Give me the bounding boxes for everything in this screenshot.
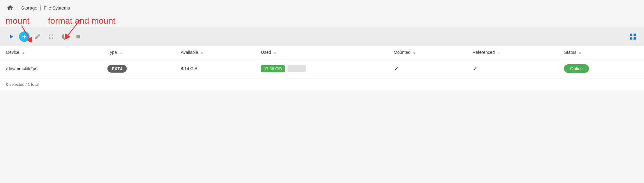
col-type-sort-icon: ⇅	[119, 51, 122, 54]
col-mounted-label: Mounted	[394, 50, 410, 55]
format-and-mount-annotation: format and mount	[48, 16, 115, 26]
col-status-sort-icon: ⇅	[579, 51, 581, 54]
breadcrumb-storage[interactable]: Storage	[21, 5, 38, 10]
toolbar-left	[6, 31, 84, 42]
col-device[interactable]: Device ▲	[0, 46, 101, 59]
grid-view-button[interactable]	[627, 31, 638, 42]
col-type-label: Type	[107, 50, 117, 55]
used-value-label: 17.38 GiB	[261, 65, 285, 72]
col-used[interactable]: Used ⇅	[255, 46, 387, 59]
cell-used: 17.38 GiB	[255, 59, 387, 78]
breadcrumb-sep-1: |	[17, 5, 19, 11]
table-header-row: Device ▲ Type ⇅ Available ⇅ Used ⇅	[0, 46, 644, 59]
footer: 0 selected / 1 total	[0, 78, 644, 90]
cell-referenced: ✓	[466, 59, 558, 78]
cell-device: /dev/mmcblk2p6	[0, 59, 101, 78]
status-badge: Online	[564, 64, 589, 73]
toolbar	[0, 28, 644, 46]
edit-button[interactable]	[32, 31, 43, 42]
cell-type: EXT4	[101, 59, 174, 78]
pie-chart-button[interactable]	[59, 31, 70, 42]
mount-button[interactable]	[6, 31, 17, 42]
col-status-label: Status	[564, 50, 576, 55]
breadcrumb-filesystems[interactable]: File Systems	[44, 5, 70, 10]
col-status[interactable]: Status ⇅	[558, 46, 644, 59]
referenced-check-icon: ✓	[473, 65, 478, 72]
used-cell-container: 17.38 GiB	[261, 65, 381, 72]
col-referenced-label: Referenced	[473, 50, 495, 55]
cell-mounted: ✓	[388, 59, 466, 78]
col-referenced[interactable]: Referenced ⇅	[466, 46, 558, 59]
col-available-label: Available	[181, 50, 198, 55]
col-device-sort-icon: ▲	[22, 51, 25, 54]
annotations-row: mount format and mount	[0, 15, 644, 28]
breadcrumb: | Storage | File Systems	[0, 0, 644, 15]
table-row[interactable]: /dev/mmcblk2p6 EXT4 8.14 GiB 17.38 GiB ✓	[0, 59, 644, 78]
col-used-sort-icon: ⇅	[274, 51, 276, 54]
stop-button[interactable]	[73, 31, 84, 42]
col-referenced-sort-icon: ⇅	[497, 51, 500, 54]
col-available-sort-icon: ⇅	[201, 51, 203, 54]
used-bar-background	[287, 65, 306, 72]
expand-button[interactable]	[46, 31, 57, 42]
breadcrumb-sep-2: |	[40, 5, 41, 11]
col-available[interactable]: Available ⇅	[174, 46, 255, 59]
mount-annotation: mount	[6, 16, 30, 26]
cell-status: Online	[558, 59, 644, 78]
col-used-label: Used	[261, 50, 271, 55]
col-mounted[interactable]: Mounted ⇅	[388, 46, 466, 59]
col-type[interactable]: Type ⇅	[101, 46, 174, 59]
selection-count: 0 selected / 1 total	[6, 82, 39, 87]
home-icon[interactable]	[6, 3, 15, 12]
main-content: Device ▲ Type ⇅ Available ⇅ Used ⇅	[0, 46, 644, 78]
filesystem-table: Device ▲ Type ⇅ Available ⇅ Used ⇅	[0, 46, 644, 78]
mounted-check-icon: ✓	[394, 65, 399, 72]
type-badge: EXT4	[107, 65, 127, 73]
col-mounted-sort-icon: ⇅	[413, 51, 415, 54]
cell-available: 8.14 GiB	[174, 59, 255, 78]
page-wrapper: | Storage | File Systems mount format an…	[0, 0, 644, 183]
add-button[interactable]	[19, 31, 30, 42]
col-device-label: Device	[6, 50, 19, 55]
